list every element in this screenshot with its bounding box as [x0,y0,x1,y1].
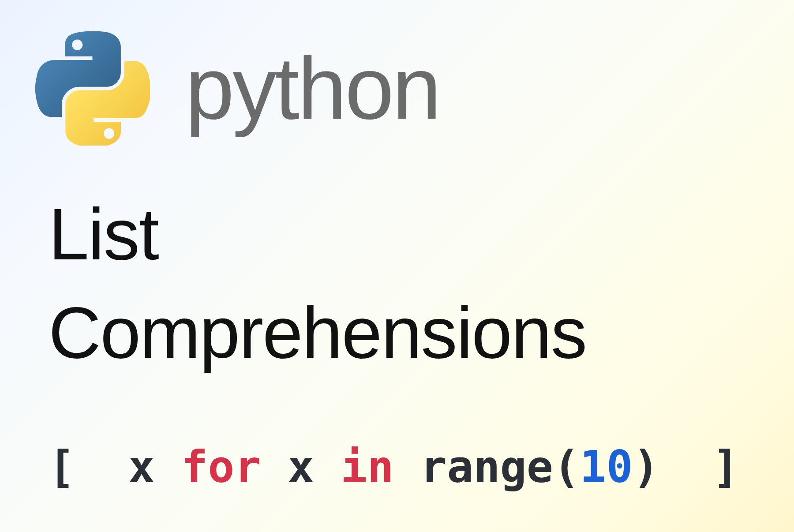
code-token: in [341,441,393,493]
code-token: range [420,441,553,493]
slide-title: List Comprehensions [49,185,586,382]
title-line-2: Comprehensions [49,284,586,382]
code-token [314,441,341,493]
code-example: [ x for x in range(10) ] [49,441,739,493]
title-line-1: List [49,185,586,284]
code-token [261,441,288,493]
header-row: python [35,31,440,146]
code-token [659,441,712,493]
code-token [75,441,128,493]
code-token: 10 [580,441,633,493]
code-token: ( [553,441,580,493]
code-token: [ [49,441,75,493]
code-token [155,441,181,493]
python-wordmark: python [185,44,440,132]
code-token: for [181,441,261,493]
python-logo-icon [35,31,150,146]
code-token: ] [712,441,739,493]
code-token: x [288,441,314,493]
code-token: ) [633,441,659,493]
code-token [394,441,420,493]
code-token: x [128,441,155,493]
